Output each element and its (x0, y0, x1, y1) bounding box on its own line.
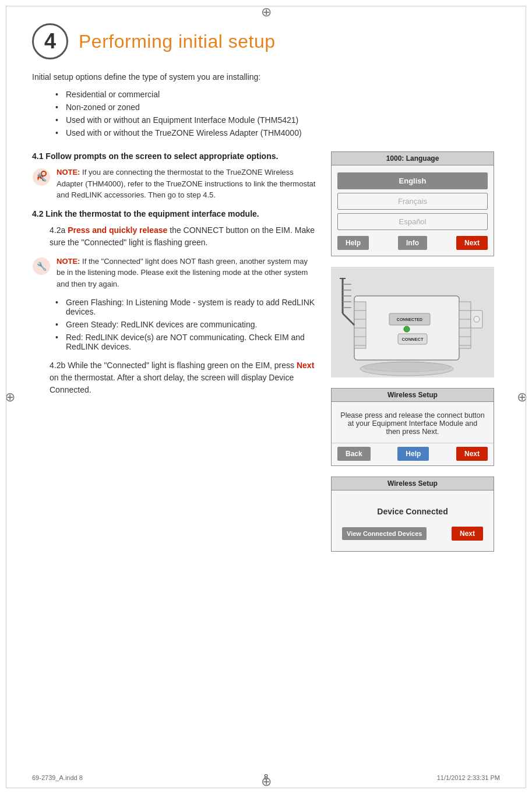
help-button-wireless[interactable]: Help (397, 447, 429, 461)
svg-text:🔧: 🔧 (37, 262, 47, 271)
language-screen: 1000: Language English Français Español … (331, 151, 494, 256)
step-4-1-heading: 4.1 Follow prompts on the screen to sele… (32, 151, 317, 161)
francais-option[interactable]: Français (337, 193, 488, 210)
next-button-lang[interactable]: Next (456, 236, 488, 250)
note-4-2-text: NOTE: If the "Connected" light does NOT … (57, 256, 317, 290)
sub-step-4-2a: 4.2a Press and quickly release the CONNE… (50, 224, 317, 249)
note-4-2: 🔧 NOTE: If the "Connected" light does NO… (32, 256, 317, 290)
device-connected-label: Device Connected (336, 495, 489, 522)
back-button-wireless[interactable]: Back (337, 447, 371, 461)
section-number: 4 (32, 23, 68, 59)
bullet-green-flash: Green Flashing: In Listening Mode - syst… (55, 298, 317, 316)
wireless-screen-1: Wireless Setup Please press and release … (331, 388, 494, 466)
svg-point-23 (404, 326, 410, 332)
note-4-1: 🔧 NOTE: If you are connecting the thermo… (32, 167, 317, 201)
footer-left: 69-2739_A.indd 8 (32, 774, 83, 781)
english-option[interactable]: English (337, 172, 488, 189)
svg-text:🔧: 🔧 (37, 172, 47, 182)
footer-right: 11/1/2012 2:33:31 PM (437, 774, 500, 781)
bullet-green-steady: Green Steady: RedLINK devices are commun… (55, 320, 317, 329)
section-header: 4 Performing initial setup (32, 23, 500, 59)
eim-illustration: CONNECTED CONNECT (331, 267, 494, 377)
wireless-screen-2: Wireless Setup Device Connected View Con… (331, 477, 494, 552)
language-screen-body: English Français Español Help Info Next (332, 165, 494, 256)
espanol-option[interactable]: Español (337, 213, 488, 230)
wireless-screen-1-title: Wireless Setup (332, 389, 494, 402)
eim-svg: CONNECTED CONNECT (331, 267, 494, 377)
svg-text:CONNECTED: CONNECTED (397, 317, 422, 322)
next-button-wireless-2[interactable]: Next (452, 527, 483, 541)
device-connected-area: Device Connected View Connected Devices … (332, 490, 494, 551)
bullet-item: Residential or commercial (55, 90, 500, 99)
svg-point-33 (474, 316, 480, 322)
next-button-wireless-1[interactable]: Next (456, 447, 488, 461)
svg-text:CONNECT: CONNECT (401, 337, 424, 342)
sub-step-4-2b: 4.2b While the "Connected" light is flas… (50, 359, 317, 396)
svg-point-35 (363, 362, 450, 372)
binding-mark-bottom: ⊕ (261, 774, 272, 789)
note-icon-4-1: 🔧 (32, 168, 51, 186)
section-title: Performing initial setup (79, 31, 275, 52)
wireless-screen-1-buttons: Back Help Next (332, 443, 494, 465)
language-screen-title: 1000: Language (332, 152, 494, 165)
wireless-screen-1-body: Please press and release the connect but… (332, 402, 494, 443)
bullet-item: Used with or without the TrueZONE Wirele… (55, 128, 500, 137)
wireless-screen-2-title: Wireless Setup (332, 477, 494, 490)
bullet-red: Red: RedLINK device(s) are NOT communica… (55, 333, 317, 351)
note-icon-4-2: 🔧 (32, 257, 51, 276)
binding-mark-left: ⊕ (5, 390, 15, 405)
binding-mark-top: ⊕ (261, 5, 272, 20)
bullet-item: Used with or without an Equipment Interf… (55, 115, 500, 125)
note-4-1-text: NOTE: If you are connecting the thermost… (57, 167, 317, 201)
status-bullet-list: Green Flashing: In Listening Mode - syst… (55, 298, 317, 351)
bullet-list: Residential or commercial Non-zoned or z… (55, 90, 500, 137)
intro-text: Initial setup options define the type of… (32, 72, 500, 82)
svg-rect-15 (354, 302, 366, 348)
bullet-item: Non-zoned or zoned (55, 103, 500, 112)
view-connected-button[interactable]: View Connected Devices (342, 527, 427, 540)
svg-rect-26 (459, 302, 471, 348)
binding-mark-right: ⊕ (517, 390, 527, 405)
info-button[interactable]: Info (398, 236, 427, 250)
language-screen-buttons: Help Info Next (337, 236, 488, 250)
step-4-2-heading: 4.2 Link the thermostat to the equipment… (32, 209, 317, 218)
help-button[interactable]: Help (337, 236, 369, 250)
device-connected-buttons: View Connected Devices Next (336, 522, 489, 546)
